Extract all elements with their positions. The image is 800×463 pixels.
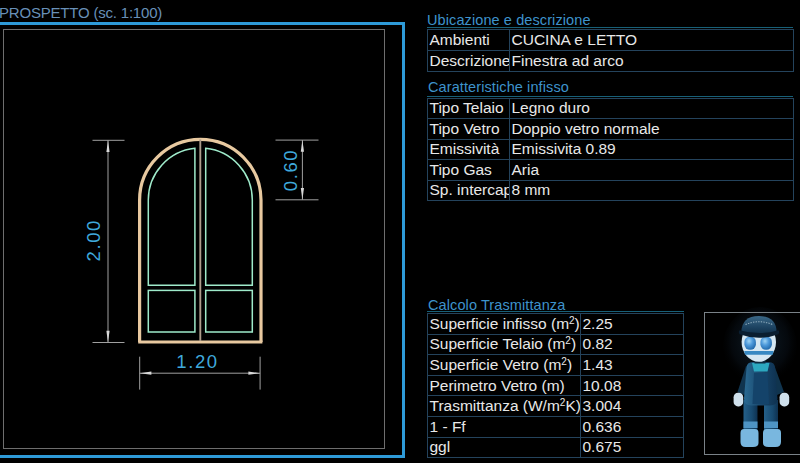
svg-text:1.20: 1.20 <box>176 351 218 372</box>
svg-text:2.00: 2.00 <box>83 219 104 261</box>
svg-text:0.60: 0.60 <box>280 149 301 191</box>
